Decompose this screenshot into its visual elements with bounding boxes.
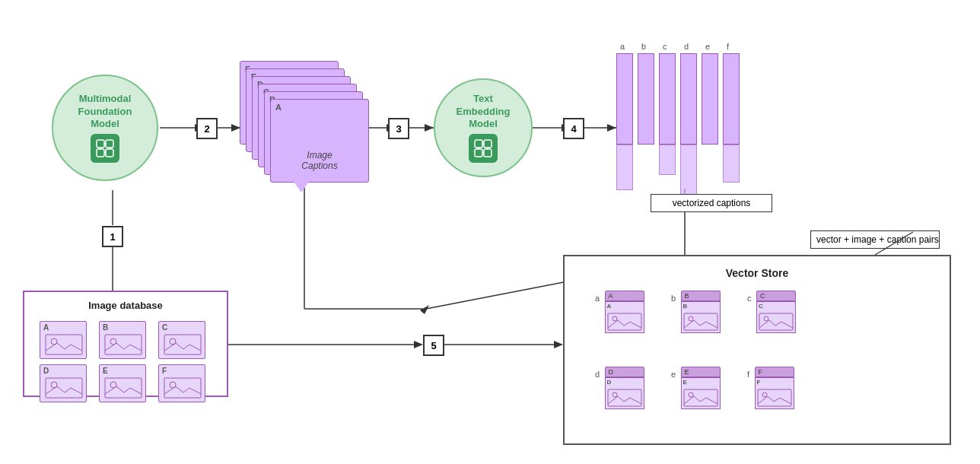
vec-col-e-label: e [705, 42, 710, 51]
vs-item-c: c C C [747, 291, 796, 333]
db-img-b: B [99, 321, 146, 359]
db-img-f: F [158, 364, 205, 402]
image-db-box: Image database A B C [23, 291, 228, 397]
vec-col-d [680, 53, 697, 145]
svg-rect-44 [164, 335, 201, 354]
vector-store-title: Vector Store [575, 267, 939, 279]
step-1-box: 1 [102, 226, 123, 247]
svg-rect-34 [475, 149, 482, 157]
step-3-label: 3 [396, 123, 401, 135]
db-img-e: E [99, 364, 146, 402]
vs-item-d: d D D [595, 367, 644, 409]
svg-rect-35 [484, 149, 492, 157]
vec-col-e [702, 53, 718, 145]
svg-rect-33 [484, 140, 492, 148]
image-db-title: Image database [32, 300, 219, 311]
svg-rect-24 [97, 140, 104, 148]
vectorized-captions-text: vectorized captions [673, 198, 751, 208]
vec-col-d2 [680, 145, 697, 198]
caption-card-a: A ImageCaptions [270, 99, 369, 183]
step-2-box: 2 [196, 118, 218, 139]
vec-col-f [723, 53, 740, 145]
vector-image-caption-text: vector + image + caption pairs [816, 234, 939, 245]
svg-rect-60 [684, 389, 718, 406]
vs-item-e: e E E [671, 367, 721, 409]
svg-marker-21 [554, 341, 563, 348]
db-img-c: C [158, 321, 205, 359]
svg-rect-26 [97, 149, 104, 157]
vector-image-caption-label: vector + image + caption pairs [810, 230, 940, 249]
multimodal-label: Multimodal Foundation Model [74, 93, 137, 132]
text-embedding-circle: Text Embedding Model [434, 78, 533, 177]
diagram: Multimodal Foundation Model 1 2 F [0, 0, 980, 464]
vs-item-f: f F F [747, 367, 794, 409]
vec-col-f-label: f [727, 42, 729, 51]
vector-store-box: Vector Store a A A b B [563, 255, 951, 445]
caption-letter-a: A [275, 103, 282, 112]
svg-rect-46 [46, 378, 82, 398]
vec-col-a2 [616, 145, 633, 190]
svg-rect-56 [759, 313, 793, 330]
vectorized-captions-label: vectorized captions [651, 194, 772, 212]
vec-col-c2 [659, 145, 676, 175]
svg-rect-62 [758, 389, 791, 406]
step-1-label: 1 [110, 231, 115, 243]
svg-rect-58 [608, 389, 641, 406]
step-5-box: 5 [423, 335, 444, 356]
text-embedding-label: Text Embedding Model [452, 93, 515, 132]
svg-point-53 [612, 316, 617, 321]
svg-rect-42 [105, 335, 142, 354]
svg-marker-14 [607, 124, 616, 132]
svg-point-57 [764, 316, 768, 321]
vec-col-b-label: b [641, 42, 646, 51]
svg-point-63 [762, 392, 767, 397]
step-3-box: 3 [388, 118, 409, 139]
svg-rect-52 [608, 313, 641, 330]
svg-rect-25 [106, 140, 113, 148]
svg-rect-40 [46, 335, 82, 354]
vec-col-c [659, 53, 676, 145]
text-embedding-icon [469, 134, 498, 163]
svg-marker-10 [425, 124, 434, 132]
svg-rect-27 [106, 149, 113, 157]
svg-point-59 [612, 392, 617, 397]
svg-rect-32 [475, 140, 482, 148]
vec-col-a [616, 53, 633, 145]
svg-point-61 [689, 392, 693, 397]
captions-title-label: ImageCaptions [278, 150, 361, 171]
step-4-label: 4 [571, 123, 576, 135]
svg-rect-50 [164, 378, 201, 398]
vs-item-b: b B B [671, 291, 721, 333]
db-img-a: A [40, 321, 87, 359]
vs-item-a: a A A [595, 291, 644, 333]
multimodal-icon [91, 134, 119, 163]
db-img-d: D [40, 364, 87, 402]
step-5-label: 5 [431, 340, 436, 351]
vec-col-f2 [723, 145, 740, 183]
svg-marker-17 [420, 305, 429, 314]
step-2-label: 2 [204, 123, 209, 135]
svg-point-55 [689, 316, 693, 321]
vec-col-c-label: c [663, 42, 667, 51]
svg-rect-48 [105, 378, 142, 398]
svg-rect-54 [684, 313, 718, 330]
multimodal-circle: Multimodal Foundation Model [52, 75, 158, 181]
svg-marker-19 [414, 341, 423, 348]
vec-col-b [638, 53, 654, 145]
vec-col-d-label: d [684, 42, 689, 51]
vec-col-a-label: a [620, 42, 625, 51]
step-4-box: 4 [563, 118, 584, 139]
captions-stack: F E D C B A ImageCaptions [240, 61, 365, 213]
